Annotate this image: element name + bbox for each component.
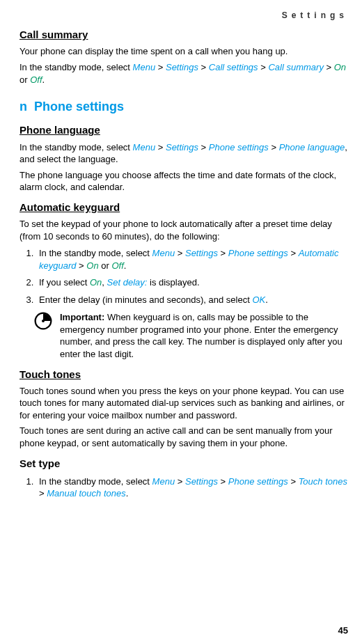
sep: > bbox=[258, 62, 269, 72]
menu-link: Menu bbox=[133, 62, 156, 72]
text: , bbox=[102, 277, 107, 288]
menu-link: Menu bbox=[152, 476, 175, 487]
chapter-phone-settings: nPhone settings bbox=[19, 98, 348, 115]
sep: > bbox=[39, 488, 47, 498]
text: If you select bbox=[39, 277, 90, 288]
text: In the standby mode, select bbox=[39, 248, 152, 258]
keyguard-intro: To set the keypad of your phone to lock … bbox=[19, 218, 348, 242]
sep: > bbox=[218, 476, 228, 487]
sep: > bbox=[198, 142, 209, 152]
text: In the standby mode, select bbox=[19, 142, 133, 152]
off-option: Off bbox=[111, 260, 123, 271]
sep: > bbox=[218, 248, 228, 258]
manual-touch-tones-link: Manual touch tones bbox=[47, 488, 125, 498]
sep: > bbox=[288, 248, 299, 258]
on-option: On bbox=[86, 260, 98, 271]
text: . bbox=[124, 260, 127, 271]
keyguard-steps: In the standby mode, select Menu > Setti… bbox=[19, 247, 348, 306]
text: . bbox=[42, 74, 45, 85]
sep: > bbox=[269, 142, 279, 152]
heading-phone-language: Phone language bbox=[19, 123, 348, 137]
touch-tones-link: Touch tones bbox=[299, 476, 347, 487]
list-item: Enter the delay (in minutes and seconds)… bbox=[36, 294, 348, 306]
list-item: In the standby mode, select Menu > Setti… bbox=[36, 247, 348, 272]
text: is displayed. bbox=[147, 277, 199, 288]
settings-link: Settings bbox=[166, 62, 198, 72]
text: In the standby mode, select bbox=[39, 476, 152, 487]
call-summary-desc: Your phone can display the time spent on… bbox=[19, 45, 348, 58]
phone-settings-link: Phone settings bbox=[228, 476, 288, 487]
phone-settings-link: Phone settings bbox=[209, 142, 269, 152]
important-text: Important: When keyguard is on, calls ma… bbox=[60, 311, 348, 360]
important-icon bbox=[33, 311, 53, 360]
menu-link: Menu bbox=[133, 142, 156, 152]
text: Enter the delay (in minutes and seconds)… bbox=[39, 294, 252, 305]
phone-settings-link: Phone settings bbox=[228, 248, 288, 258]
ok-link: OK bbox=[252, 294, 265, 305]
list-item: In the standby mode, select Menu > Setti… bbox=[36, 476, 348, 500]
call-summary-link: Call summary bbox=[268, 62, 323, 72]
list-item: If you select On, Set delay: is displaye… bbox=[36, 276, 348, 289]
important-note: Important: When keyguard is on, calls ma… bbox=[33, 311, 348, 360]
text: In the standby mode, select bbox=[19, 62, 133, 72]
on-option: On bbox=[90, 277, 102, 288]
on-option: On bbox=[334, 62, 346, 72]
sep: > bbox=[155, 142, 166, 152]
sep: > bbox=[76, 260, 86, 271]
phone-language-note: The phone language you choose affects th… bbox=[19, 169, 348, 194]
sep: > bbox=[155, 62, 166, 72]
sep: > bbox=[198, 62, 209, 72]
off-option: Off bbox=[30, 74, 42, 85]
chapter-title: Phone settings bbox=[34, 100, 124, 113]
heading-set-type: Set type bbox=[19, 457, 348, 471]
page-header: Settings bbox=[19, 10, 348, 21]
settings-link: Settings bbox=[166, 142, 198, 152]
heading-touch-tones: Touch tones bbox=[19, 368, 348, 382]
set-delay-link: Set delay: bbox=[107, 277, 148, 288]
heading-call-summary: Call summary bbox=[19, 28, 348, 42]
text: . bbox=[265, 294, 268, 305]
chapter-marker: n bbox=[19, 100, 27, 113]
text: or bbox=[19, 74, 30, 85]
touch-tones-p2: Touch tones are sent during an active ca… bbox=[19, 425, 348, 449]
set-type-steps: In the standby mode, select Menu > Setti… bbox=[19, 476, 348, 500]
phone-language-link: Phone language bbox=[279, 142, 345, 152]
sep: > bbox=[324, 62, 334, 72]
text: or bbox=[99, 260, 112, 271]
heading-automatic-keyguard: Automatic keyguard bbox=[19, 201, 348, 214]
menu-link: Menu bbox=[152, 248, 175, 258]
touch-tones-p1: Touch tones sound when you press the key… bbox=[19, 385, 348, 422]
page-number: 45 bbox=[338, 625, 348, 637]
sep: > bbox=[175, 476, 185, 487]
important-label: Important: bbox=[60, 312, 104, 322]
sep: > bbox=[175, 248, 185, 258]
sep: > bbox=[288, 476, 299, 487]
call-settings-link: Call settings bbox=[209, 62, 258, 72]
text: . bbox=[126, 488, 129, 498]
svg-point-1 bbox=[42, 320, 45, 322]
settings-link: Settings bbox=[185, 476, 218, 487]
phone-language-path: In the standby mode, select Menu > Setti… bbox=[19, 141, 348, 166]
settings-link: Settings bbox=[185, 248, 218, 258]
call-summary-path: In the standby mode, select Menu > Setti… bbox=[19, 61, 348, 86]
